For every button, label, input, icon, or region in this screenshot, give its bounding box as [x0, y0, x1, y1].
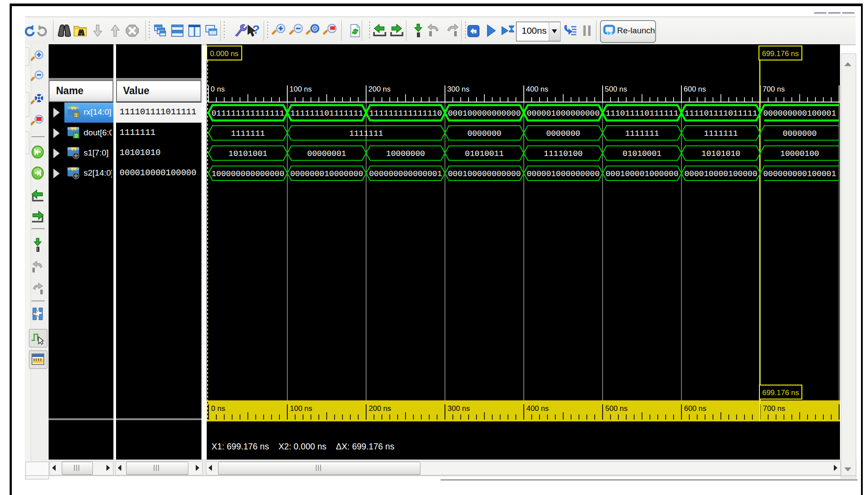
svg-text:100 ns: 100 ns — [290, 404, 312, 413]
svg-text:600 ns: 600 ns — [684, 85, 706, 93]
svg-text:500 ns: 500 ns — [605, 85, 627, 93]
svg-text:111111111111110: 111111111111110 — [369, 109, 442, 118]
svg-text:11110100: 11110100 — [544, 149, 583, 159]
svg-text:500 ns: 500 ns — [605, 404, 628, 413]
svg-text:400 ns: 400 ns — [526, 404, 549, 413]
svg-text:000100001000000: 000100001000000 — [606, 170, 679, 179]
svg-text:0 ns: 0 ns — [211, 85, 225, 93]
svg-text:0000000: 0000000 — [546, 129, 580, 138]
svg-text:111111101111111: 111111101111111 — [290, 109, 363, 118]
svg-text:300 ns: 300 ns — [447, 85, 469, 93]
svg-text:011111111111111: 011111111111111 — [212, 109, 285, 118]
svg-text:100000000000000: 100000000000000 — [212, 170, 285, 179]
svg-text:0000000: 0000000 — [783, 129, 817, 138]
svg-text:000001000000000: 000001000000000 — [527, 109, 600, 118]
svg-text:100 ns: 100 ns — [289, 85, 312, 93]
svg-text:699.176 ns: 699.176 ns — [762, 50, 799, 58]
svg-text:0 ns: 0 ns — [211, 404, 225, 413]
svg-text:1111111: 1111111 — [349, 129, 383, 138]
svg-text:400 ns: 400 ns — [526, 85, 548, 93]
svg-text:600 ns: 600 ns — [684, 404, 706, 413]
svg-text:0: 0 — [75, 133, 78, 138]
svg-text:700 ns: 700 ns — [763, 404, 785, 413]
svg-text:000010000100000: 000010000100000 — [685, 170, 758, 179]
svg-text:000100000000000: 000100000000000 — [448, 170, 521, 179]
svg-text:200 ns: 200 ns — [368, 85, 391, 93]
svg-text:000000000000001: 000000000000001 — [369, 170, 442, 179]
svg-text:00000001: 00000001 — [307, 149, 346, 159]
svg-text:699.176 ns: 699.176 ns — [762, 389, 799, 397]
svg-text:10000000: 10000000 — [386, 149, 425, 159]
svg-text:111101111011111: 111101111011111 — [685, 109, 758, 118]
svg-text:X1: 699.176 ns X2: 0.000 ns: X1: 699.176 ns X2: 0.000 ns ΔX: 699.176 … — [212, 442, 395, 451]
svg-text:1111111: 1111111 — [625, 129, 659, 138]
svg-text:300 ns: 300 ns — [448, 404, 470, 413]
svg-text:700 ns: 700 ns — [762, 85, 785, 93]
svg-text:000000000100001: 000000000100001 — [763, 109, 836, 118]
svg-text:1111111: 1111111 — [231, 129, 265, 138]
svg-text:10101010: 10101010 — [702, 149, 741, 159]
svg-text:200 ns: 200 ns — [369, 404, 391, 413]
svg-text:0.000 ns: 0.000 ns — [210, 50, 238, 58]
svg-text:111011110111111: 111011110111111 — [606, 109, 679, 118]
svg-text:10101001: 10101001 — [229, 149, 268, 159]
svg-text:0000000: 0000000 — [467, 129, 501, 138]
svg-text:000000010000000: 000000010000000 — [290, 170, 363, 179]
svg-text:01010001: 01010001 — [623, 149, 662, 159]
svg-text:000100000000000: 000100000000000 — [448, 109, 521, 118]
svg-text:01010011: 01010011 — [465, 149, 504, 159]
svg-text:1111111: 1111111 — [704, 129, 738, 138]
svg-text:10000100: 10000100 — [780, 149, 819, 159]
svg-text:000000000100001: 000000000100001 — [763, 170, 836, 179]
svg-text:000001000000000: 000001000000000 — [527, 170, 600, 179]
svg-text:1: 1 — [75, 113, 78, 118]
